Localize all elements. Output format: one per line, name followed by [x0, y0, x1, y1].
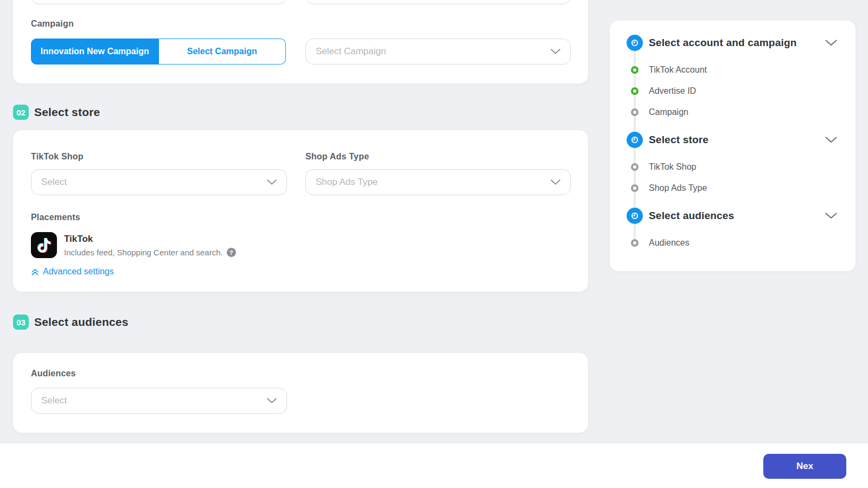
placement-name: TikTok: [64, 234, 236, 245]
select-audiences-title: Select audiences: [34, 316, 129, 329]
chevron-down-icon[interactable]: [825, 40, 837, 46]
stepper-group-audiences-title: Select audiences: [649, 210, 734, 222]
footer-action-bar: Nex: [0, 444, 868, 488]
step-02-badge: 02: [13, 105, 29, 120]
stepper-group-account[interactable]: Select account and campaign: [610, 34, 856, 52]
chevron-down-icon: [267, 179, 277, 185]
chevron-down-icon: [551, 179, 560, 185]
select-store-title: Select store: [34, 106, 100, 119]
stepper-item-advertise-id[interactable]: Advertise ID: [610, 85, 856, 97]
audiences-label: Audiences: [31, 369, 76, 378]
clock-icon: [627, 208, 643, 224]
chevron-down-icon: [551, 49, 560, 54]
step-done-dot-icon: [631, 66, 639, 74]
step-todo-dot-icon: [631, 184, 639, 192]
campaign-label: Campaign: [31, 19, 74, 29]
double-chevron-up-icon: [31, 268, 39, 276]
select-audiences-heading: 03 Select audiences: [13, 314, 129, 330]
tiktok-logo-icon: [31, 232, 57, 258]
stepper-item-tiktok-shop[interactable]: TikTok Shop: [610, 161, 856, 173]
campaign-select-placeholder: Select Campaign: [316, 46, 386, 57]
stepper-item-campaign[interactable]: Campaign: [610, 106, 856, 118]
next-button[interactable]: Nex: [763, 454, 846, 479]
step-todo-dot-icon: [631, 239, 639, 247]
campaign-select[interactable]: Select Campaign: [305, 38, 571, 65]
chevron-down-icon[interactable]: [825, 213, 837, 219]
step-todo-dot-icon: [631, 163, 639, 171]
audiences-card: Audiences Select: [13, 353, 588, 433]
tiktok-ads-setup-page: Campaign Innovation New Campaign Select …: [0, 0, 868, 488]
select-store-heading: 02 Select store: [13, 105, 100, 120]
stepper-item-shop-ads-type[interactable]: Shop Ads Type: [610, 182, 856, 194]
stepper-item-tiktok-account[interactable]: TikTok Account: [610, 64, 856, 76]
stepper-group-account-title: Select account and campaign: [649, 37, 797, 49]
clock-icon: [627, 35, 643, 51]
tiktok-shop-label: TikTok Shop: [31, 152, 84, 162]
audiences-select[interactable]: Select: [31, 388, 287, 414]
help-icon[interactable]: ?: [227, 248, 236, 257]
tiktok-shop-select-placeholder: Select: [41, 177, 67, 188]
campaign-mode-toggle: Innovation New Campaign Select Campaign: [31, 38, 286, 65]
advanced-settings-label: Advanced settings: [43, 267, 114, 277]
store-card: TikTok Shop Shop Ads Type Select Shop Ad…: [13, 130, 588, 292]
step-done-dot-icon: [631, 87, 639, 95]
clock-icon: [627, 132, 643, 148]
advertise-id-field-partial[interactable]: [305, 0, 571, 4]
campaign-card: Campaign Innovation New Campaign Select …: [13, 0, 588, 84]
shop-ads-type-select[interactable]: Shop Ads Type: [305, 169, 571, 195]
placement-tiktok: TikTok Includes feed, Shopping Center an…: [31, 232, 236, 258]
select-campaign-button[interactable]: Select Campaign: [159, 38, 286, 65]
stepper-item-audiences[interactable]: Audiences: [610, 237, 856, 249]
placement-description: Includes feed, Shopping Center and searc…: [64, 248, 223, 257]
audiences-select-placeholder: Select: [41, 395, 67, 406]
stepper-group-store-title: Select store: [649, 134, 709, 146]
step-todo-dot-icon: [631, 108, 639, 116]
step-03-badge: 03: [13, 314, 29, 330]
innovation-new-campaign-button[interactable]: Innovation New Campaign: [31, 38, 159, 65]
chevron-down-icon: [267, 398, 277, 403]
chevron-down-icon[interactable]: [825, 137, 837, 143]
stepper-group-store[interactable]: Select store: [610, 131, 856, 149]
tiktok-shop-select[interactable]: Select: [31, 169, 287, 195]
placements-label: Placements: [31, 213, 80, 222]
shop-ads-type-label: Shop Ads Type: [305, 152, 369, 162]
shop-ads-type-select-placeholder: Shop Ads Type: [316, 177, 378, 188]
account-field-partial[interactable]: [31, 0, 287, 4]
advanced-settings-link[interactable]: Advanced settings: [31, 267, 114, 277]
stepper-group-audiences[interactable]: Select audiences: [610, 207, 856, 224]
progress-stepper: Select account and campaign TikTok Accou…: [610, 21, 856, 271]
